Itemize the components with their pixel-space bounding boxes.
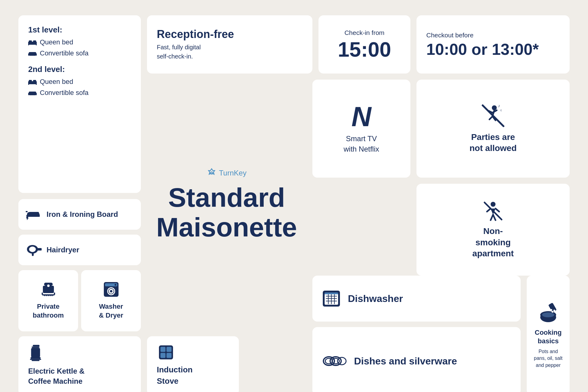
svg-rect-44 (32, 346, 40, 348)
svg-point-28 (47, 285, 50, 287)
svg-line-68 (496, 209, 499, 212)
card-sleeping: 1st level: Queen bed Convertible sofa 2n… (18, 15, 141, 193)
induction-label: InductionStove (157, 364, 229, 386)
card-hairdryer: Hairdryer (18, 235, 141, 265)
card-bathroom: Privatebathroom (18, 270, 78, 331)
svg-point-90 (550, 309, 552, 311)
checkout-time: 10:00 or 13:00* (426, 41, 560, 57)
svg-point-80 (325, 358, 333, 364)
svg-rect-45 (31, 348, 40, 358)
card-washer: Washer& Dryer (81, 270, 141, 331)
washer-label: Washer& Dryer (99, 302, 123, 320)
nonsmoking-label: Non-smokingapartment (472, 226, 514, 259)
card-reception: Reception-free Fast, fully digitalself-c… (147, 15, 312, 74)
svg-rect-25 (32, 252, 34, 256)
svg-rect-3 (28, 44, 29, 45)
svg-rect-51 (167, 347, 172, 352)
svg-rect-13 (36, 84, 37, 85)
cooking-icon (539, 302, 557, 323)
svg-rect-50 (160, 347, 165, 352)
no-smoking-icon (482, 200, 504, 222)
page-container: 1st level: Queen bed Convertible sofa 2n… (12, 9, 576, 383)
svg-point-23 (29, 247, 36, 252)
card-checkout: Checkout before 10:00 or 13:00* (417, 15, 570, 74)
svg-point-33 (46, 295, 47, 296)
svg-rect-46 (31, 357, 41, 359)
sofa-icon-2 (28, 90, 37, 96)
svg-line-60 (492, 110, 497, 113)
svg-point-64 (491, 202, 496, 207)
card-smart-tv: N Smart TVwith Netflix (312, 80, 410, 178)
kettle-label: Electric Kettle &Coffee Machine (28, 366, 131, 386)
level2-item1: Queen bed (40, 78, 73, 86)
svg-point-34 (48, 295, 49, 296)
sofa-icon-1 (28, 50, 37, 56)
svg-rect-21 (26, 211, 28, 212)
level1-item2: Convertible sofa (40, 49, 89, 57)
level1-title: 1st level: (28, 25, 131, 35)
svg-text:♫: ♫ (500, 108, 502, 112)
cooking-sublabel: Pots and pans, oil, salt and pepper (533, 348, 564, 369)
induction-icon (157, 345, 175, 360)
svg-rect-15 (28, 93, 29, 95)
card-dishwasher: Dishwasher (312, 276, 521, 322)
svg-point-36 (51, 295, 53, 296)
parties-label: Parties arenot allowed (469, 132, 517, 154)
level2-title: 2nd level: (28, 65, 131, 74)
svg-rect-2 (33, 40, 36, 42)
card-iron: Iron & Ironing Board (18, 199, 141, 230)
card-cooking: Cooking basics Pots and pans, oil, salt … (527, 276, 570, 392)
svg-rect-6 (28, 53, 29, 56)
svg-rect-16 (36, 93, 37, 95)
card-induction: InductionStove (147, 336, 239, 392)
svg-rect-48 (32, 360, 40, 361)
svg-rect-53 (167, 353, 172, 358)
level2-item2: Convertible sofa (40, 89, 89, 97)
brand-logo-text: TurnKey (219, 169, 247, 177)
dishes-label: Dishes and silverware (354, 356, 457, 367)
dishwasher-icon (322, 290, 341, 307)
card-checkin: Check-in from 15:00 (318, 15, 410, 74)
washer-icon (103, 281, 119, 297)
svg-rect-47 (30, 359, 41, 360)
svg-rect-8 (29, 55, 36, 56)
svg-point-89 (552, 311, 553, 313)
svg-rect-43 (33, 345, 40, 346)
center-brand: TurnKey StandardMaisonette (147, 80, 306, 331)
svg-rect-17 (29, 94, 36, 95)
card-dishes: Dishes and silverware (312, 327, 521, 392)
svg-rect-52 (160, 353, 165, 358)
svg-rect-12 (28, 84, 29, 85)
checkout-label: Checkout before (426, 32, 560, 39)
svg-point-42 (115, 284, 116, 286)
card-kettle: Electric Kettle &Coffee Machine (18, 336, 141, 392)
dishwasher-label: Dishwasher (348, 293, 403, 304)
no-parties-icon: ♪ ♫ (481, 104, 505, 128)
cooking-label: Cooking basics (533, 328, 564, 346)
svg-text:♪: ♪ (498, 104, 500, 108)
iron-label: Iron & Ironing Board (47, 210, 118, 219)
svg-point-86 (542, 312, 554, 317)
svg-point-35 (50, 295, 51, 296)
turnkey-logo-icon (207, 168, 217, 178)
svg-rect-11 (33, 80, 36, 82)
hairdryer-label: Hairdryer (47, 246, 79, 254)
kettle-icon (28, 345, 44, 362)
checkin-time: 15:00 (338, 39, 391, 60)
bathroom-icon (40, 281, 56, 297)
netflix-n: N (352, 103, 371, 130)
svg-rect-4 (36, 44, 37, 45)
hairdryer-icon (26, 244, 42, 256)
bed-icon-2 (28, 79, 37, 85)
iron-icon (26, 209, 42, 220)
svg-point-41 (110, 290, 112, 292)
property-name: StandardMaisonette (156, 183, 297, 242)
reception-subtitle: Fast, fully digitalself-check-in. (157, 43, 303, 61)
svg-rect-72 (325, 292, 338, 294)
level1-item1: Queen bed (40, 38, 73, 46)
bed-icon-1 (28, 39, 37, 45)
bathroom-label: Privatebathroom (33, 302, 64, 320)
svg-point-88 (553, 310, 555, 311)
svg-point-32 (44, 295, 45, 296)
svg-rect-1 (29, 40, 32, 42)
